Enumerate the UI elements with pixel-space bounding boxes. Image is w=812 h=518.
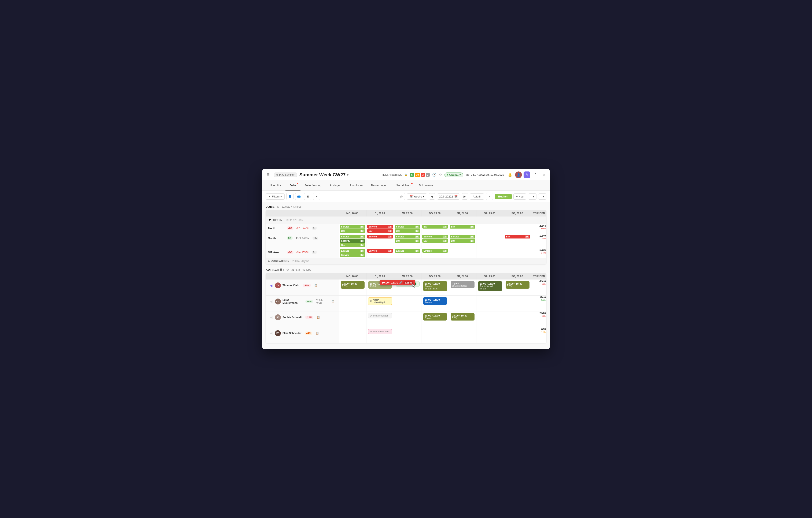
- kapazitat-settings-icon[interactable]: ⚙: [286, 268, 289, 271]
- shift-chip[interactable]: Security1x: [340, 239, 366, 243]
- offen-stats: 99Std / 26 jobs: [286, 219, 302, 222]
- shift-chip[interactable]: Bar1x: [395, 229, 420, 233]
- table-row: ◀ SS Sophie Schmidt -20% 📋: [266, 311, 546, 327]
- nicht-qualif-block[interactable]: ⊖ nicht qualifiziert: [368, 329, 392, 334]
- luisa-assign-icon[interactable]: 📋: [331, 300, 335, 303]
- shift-chip[interactable]: Service1x: [450, 235, 475, 238]
- north-tue: Service1x Bar1x: [366, 224, 394, 234]
- list-view-button[interactable]: ≡: [313, 193, 320, 200]
- date-input[interactable]: 20.6.20222 📅: [437, 194, 460, 200]
- notifications-button[interactable]: 🔔: [506, 171, 514, 178]
- shift-chip[interactable]: Bar1x: [422, 239, 448, 243]
- match-block[interactable]: ⊕ match unbestätigt!: [368, 297, 392, 305]
- online-badge[interactable]: ONLINE ▾: [444, 173, 463, 177]
- shift-chip[interactable]: Service1x: [367, 235, 393, 238]
- shift-chip[interactable]: Einlass1x: [422, 249, 448, 253]
- zugewiesen-toggle[interactable]: ▶ ZUGEWIESEN 200 h / 20 jobs: [266, 258, 546, 264]
- nachrichten-notif-dot: [411, 183, 412, 184]
- neu-button[interactable]: + + Neu Neu: [514, 194, 526, 200]
- menu-button[interactable]: ☰: [265, 171, 271, 178]
- close-button[interactable]: ✕: [541, 171, 547, 178]
- week-selector[interactable]: 📅 Woche ▾: [407, 194, 427, 200]
- sophie-name: Sophie Schmidt: [283, 316, 302, 319]
- elisa-collapse-icon[interactable]: ◀: [270, 331, 272, 335]
- jobs-col-sat: SA, 25.06.: [476, 210, 504, 217]
- avatar[interactable]: 👤: [515, 171, 522, 178]
- tab-dokumente[interactable]: Dokumente: [415, 181, 437, 191]
- shift-chip[interactable]: Bar1x: [340, 243, 366, 247]
- shift-chip[interactable]: Bar1x: [422, 225, 448, 229]
- more-button[interactable]: ⋮: [532, 171, 539, 178]
- shift-chip[interactable]: Einlass1x: [340, 249, 366, 253]
- tab-jobs[interactable]: Jobs: [286, 181, 300, 191]
- shift-chip[interactable]: Service1x: [395, 235, 420, 238]
- download-button[interactable]: ↓ ▾: [538, 194, 547, 200]
- upload-button[interactable]: ↑ ▾: [528, 194, 536, 200]
- time-block[interactable]: 10:00 - 15:30 Service: [423, 313, 447, 320]
- time-block[interactable]: 10:00 - 15:30 5.5Std: [341, 281, 365, 289]
- prev-week-button[interactable]: ◀: [429, 193, 435, 200]
- person-view-button[interactable]: 👤: [286, 193, 293, 200]
- thomas-thu: 10:00 - 15:30 Service 5.5Std + 6Std: [421, 280, 449, 295]
- group-view-button[interactable]: 👥: [295, 193, 302, 200]
- north-diff: -2C: [287, 226, 293, 230]
- tab-zeiterfassung[interactable]: Zeiterfassung: [300, 181, 326, 191]
- tab-anruflisten[interactable]: Anruflisten: [346, 181, 367, 191]
- shift-chip[interactable]: Bar1x: [340, 229, 366, 233]
- location-button[interactable]: ◎: [398, 193, 405, 200]
- tab-auslagen[interactable]: Auslagen: [325, 181, 345, 191]
- shift-chip[interactable]: Service1x: [367, 225, 393, 229]
- shift-chip[interactable]: Bar1x: [505, 235, 530, 238]
- tab-bewertungen[interactable]: Bewertungen: [367, 181, 392, 191]
- shift-chip[interactable]: Bar1x: [395, 239, 420, 243]
- next-week-button[interactable]: ▶: [462, 193, 468, 200]
- time-block[interactable]: 2 jobs 15Std verfügbar: [451, 281, 474, 288]
- autofill-button[interactable]: Autofill: [470, 194, 484, 200]
- grid-view-button[interactable]: ⊞: [304, 193, 311, 200]
- time-block[interactable]: 10:00 - 15:30 5.5Std: [505, 281, 529, 289]
- time-block[interactable]: 10:00 - 15:30 Service 5.5Std + 6Std: [423, 281, 447, 291]
- shift-chip[interactable]: Service1x: [367, 249, 393, 253]
- shift-chip[interactable]: Service1x: [340, 253, 366, 257]
- thomas-assign-icon[interactable]: 📋: [314, 284, 317, 287]
- sophie-assign-icon[interactable]: 📋: [317, 316, 320, 319]
- menu-icon: ☰: [267, 173, 270, 177]
- thomas-fri: 2 jobs 15Std verfügbar: [449, 280, 476, 295]
- check-button[interactable]: ✓: [486, 193, 493, 200]
- edit-button[interactable]: ✎: [524, 171, 530, 178]
- shift-chip[interactable]: Einlass1x: [395, 249, 420, 253]
- nicht-block[interactable]: ⊖ nicht verfügbar: [368, 313, 392, 318]
- vip-sun: [504, 248, 531, 258]
- luisa-collapse-icon[interactable]: ◀: [270, 299, 272, 304]
- cursor-icon: [412, 284, 416, 288]
- shift-chip[interactable]: Bar1x: [450, 225, 475, 229]
- kapazitat-title: KAPAZITÄT: [266, 268, 284, 271]
- shift-chip[interactable]: Service1x: [340, 225, 366, 229]
- time-block[interactable]: 10:00 - 15:30 Service: [423, 297, 447, 305]
- elisa-tue: ⊖ nicht qualifiziert: [366, 327, 394, 343]
- tab-nachrichten[interactable]: Nachrichten: [392, 181, 415, 191]
- shift-chip[interactable]: Bar1x: [450, 239, 475, 243]
- shift-chip[interactable]: Service1x: [422, 235, 448, 238]
- shift-chip[interactable]: Service1x: [395, 225, 420, 229]
- tab-uberblick[interactable]: Überblick: [266, 181, 286, 191]
- jobs-settings-icon[interactable]: ⚙: [277, 205, 280, 208]
- filter-button[interactable]: ▼ Filtern ▾: [266, 194, 285, 200]
- buchen-button[interactable]: Buchen: [495, 194, 512, 199]
- thomas-collapse-icon[interactable]: ◀: [270, 284, 272, 288]
- star-icon[interactable]: ☆: [439, 173, 442, 177]
- jobs-stats: 317Std / 43 jobs: [282, 205, 301, 208]
- shift-chip[interactable]: Service1x: [340, 235, 366, 238]
- neu-plus-icon: +: [516, 195, 518, 198]
- offen-toggle[interactable]: ▼ OFFEN 99Std / 26 jobs: [266, 217, 546, 224]
- shift-chip[interactable]: Bar1x: [367, 229, 393, 233]
- elisa-assign-icon[interactable]: 📋: [316, 332, 319, 335]
- luisa-tue: ⊕ match unbestätigt!: [366, 295, 394, 311]
- match-plus-icon: ⊕: [370, 299, 372, 303]
- jobs-col-sun: SO, 26.02.: [504, 210, 531, 217]
- clock-icon[interactable]: 🕐: [432, 173, 436, 177]
- sophie-collapse-icon[interactable]: ◀: [270, 315, 272, 319]
- title-chevron-icon[interactable]: ▾: [347, 173, 348, 177]
- time-block[interactable]: 10:00 - 15:30 Purple Summit 5.5Std: [478, 281, 502, 291]
- time-block[interactable]: 10:00 - 15:30 5.5Std: [451, 313, 474, 320]
